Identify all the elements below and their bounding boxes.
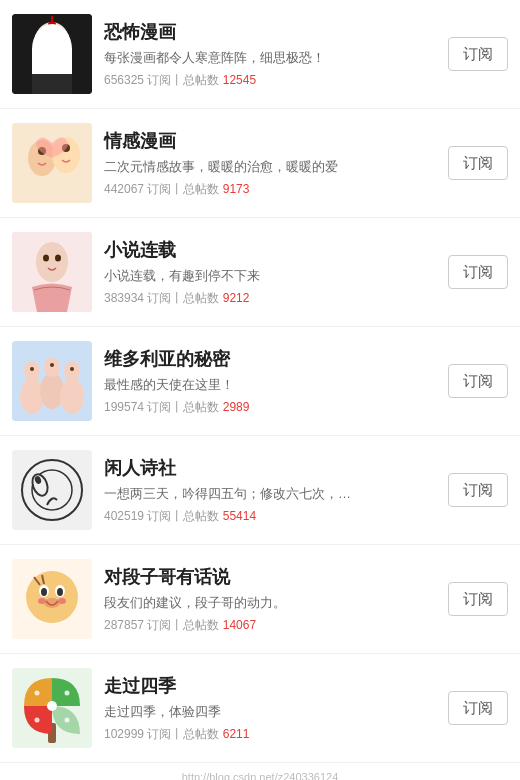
item-desc-5: 一想两三天，吟得四五句；修改六七次，… xyxy=(104,485,438,503)
item-stats-6: 287857 订阅丨总帖数 14067 xyxy=(104,617,438,634)
list-item-6: 对段子哥有话说 段友们的建议，段子哥的动力。 287857 订阅丨总帖数 140… xyxy=(0,545,520,654)
svg-point-2 xyxy=(41,35,49,45)
item-desc-7: 走过四季，体验四季 xyxy=(104,703,438,721)
svg-point-5 xyxy=(57,38,62,44)
item-title-6: 对段子哥有话说 xyxy=(104,565,438,589)
item-info-7: 走过四季 走过四季，体验四季 102999 订阅丨总帖数 6211 xyxy=(104,674,438,743)
avatar-3 xyxy=(12,232,92,312)
svg-point-18 xyxy=(20,378,44,414)
svg-point-37 xyxy=(41,588,47,596)
avatar-2 xyxy=(12,123,92,203)
svg-point-25 xyxy=(50,363,54,367)
subscribe-button-7[interactable]: 订阅 xyxy=(448,691,508,725)
item-title-5: 闲人诗社 xyxy=(104,456,438,480)
svg-point-4 xyxy=(43,38,48,44)
svg-point-47 xyxy=(47,701,57,711)
svg-rect-6 xyxy=(48,22,56,34)
item-title-7: 走过四季 xyxy=(104,674,438,698)
item-desc-6: 段友们的建议，段子哥的动力。 xyxy=(104,594,438,612)
svg-point-50 xyxy=(35,718,40,723)
svg-point-49 xyxy=(65,691,70,696)
svg-rect-27 xyxy=(12,450,92,530)
item-stats-4: 199574 订阅丨总帖数 2989 xyxy=(104,399,438,416)
avatar-7 xyxy=(12,668,92,748)
list-item-1: 恐怖漫画 每张漫画都令人寒意阵阵，细思极恐！ 656325 订阅丨总帖数 125… xyxy=(0,0,520,109)
item-desc-1: 每张漫画都令人寒意阵阵，细思极恐！ xyxy=(104,49,438,67)
item-title-3: 小说连载 xyxy=(104,238,438,262)
item-stats-1: 656325 订阅丨总帖数 12545 xyxy=(104,72,438,89)
avatar-1 xyxy=(12,14,92,94)
list-item-4: 维多利亚的秘密 最性感的天使在这里！ 199574 订阅丨总帖数 2989 订阅 xyxy=(0,327,520,436)
svg-point-1 xyxy=(34,22,70,66)
avatar-6 xyxy=(12,559,92,639)
svg-point-15 xyxy=(43,255,49,262)
item-info-3: 小说连载 小说连载，有趣到停不下来 383934 订阅丨总帖数 9212 xyxy=(104,238,438,307)
item-stats-2: 442067 订阅丨总帖数 9173 xyxy=(104,181,438,198)
item-stats-5: 402519 订阅丨总帖数 55414 xyxy=(104,508,438,525)
item-title-4: 维多利亚的秘密 xyxy=(104,347,438,371)
list-item-3: 小说连载 小说连载，有趣到停不下来 383934 订阅丨总帖数 9212 订阅 xyxy=(0,218,520,327)
item-info-1: 恐怖漫画 每张漫画都令人寒意阵阵，细思极恐！ 656325 订阅丨总帖数 125… xyxy=(104,20,438,89)
svg-point-38 xyxy=(57,588,63,596)
avatar-4 xyxy=(12,341,92,421)
item-desc-3: 小说连载，有趣到停不下来 xyxy=(104,267,438,285)
svg-point-34 xyxy=(26,571,78,623)
subscribe-button-1[interactable]: 订阅 xyxy=(448,37,508,71)
item-title-1: 恐怖漫画 xyxy=(104,20,438,44)
item-title-2: 情感漫画 xyxy=(104,129,438,153)
subscribe-button-4[interactable]: 订阅 xyxy=(448,364,508,398)
subscribe-button-5[interactable]: 订阅 xyxy=(448,473,508,507)
item-desc-4: 最性感的天使在这里！ xyxy=(104,376,438,394)
item-stats-7: 102999 订阅丨总帖数 6211 xyxy=(104,726,438,743)
svg-point-3 xyxy=(55,35,63,45)
item-desc-2: 二次元情感故事，暖暖的治愈，暖暖的爱 xyxy=(104,158,438,176)
svg-point-16 xyxy=(55,255,61,262)
subscribe-button-2[interactable]: 订阅 xyxy=(448,146,508,180)
svg-point-40 xyxy=(38,598,46,604)
avatar-5 xyxy=(12,450,92,530)
svg-point-48 xyxy=(35,691,40,696)
svg-point-14 xyxy=(36,242,68,282)
svg-point-41 xyxy=(58,598,66,604)
item-stats-3: 383934 订阅丨总帖数 9212 xyxy=(104,290,438,307)
list-item-7: 走过四季 走过四季，体验四季 102999 订阅丨总帖数 6211 订阅 xyxy=(0,654,520,763)
svg-point-26 xyxy=(70,367,74,371)
list-item-2: 情感漫画 二次元情感故事，暖暖的治愈，暖暖的爱 442067 订阅丨总帖数 91… xyxy=(0,109,520,218)
subscribe-button-3[interactable]: 订阅 xyxy=(448,255,508,289)
item-info-2: 情感漫画 二次元情感故事，暖暖的治愈，暖暖的爱 442067 订阅丨总帖数 91… xyxy=(104,129,438,198)
item-info-4: 维多利亚的秘密 最性感的天使在这里！ 199574 订阅丨总帖数 2989 xyxy=(104,347,438,416)
watermark: http://blog.csdn.net/z240336124 xyxy=(0,763,520,780)
svg-point-24 xyxy=(30,367,34,371)
subscribe-button-6[interactable]: 订阅 xyxy=(448,582,508,616)
item-info-6: 对段子哥有话说 段友们的建议，段子哥的动力。 287857 订阅丨总帖数 140… xyxy=(104,565,438,634)
item-info-5: 闲人诗社 一想两三天，吟得四五句；修改六七次，… 402519 订阅丨总帖数 5… xyxy=(104,456,438,525)
list-item-5: 闲人诗社 一想两三天，吟得四五句；修改六七次，… 402519 订阅丨总帖数 5… xyxy=(0,436,520,545)
svg-point-39 xyxy=(44,598,60,608)
svg-point-19 xyxy=(40,373,64,409)
svg-point-20 xyxy=(60,378,84,414)
svg-point-51 xyxy=(65,718,70,723)
